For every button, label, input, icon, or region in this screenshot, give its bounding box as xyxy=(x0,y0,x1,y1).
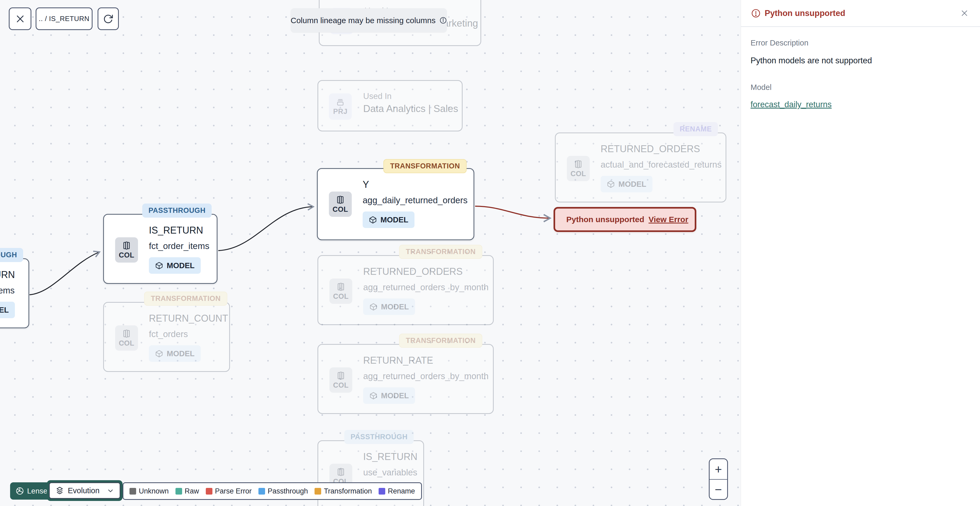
model-link[interactable]: forecast_daily_returns xyxy=(751,100,832,109)
lens-badge-transformation: TRANSFORMATION xyxy=(383,159,467,173)
model-chip-label: MODEL xyxy=(381,302,409,311)
legend-item-raw: Raw xyxy=(175,487,199,495)
column-name: RETURNED_ORDERS xyxy=(363,266,463,277)
project-typebox: PRJ xyxy=(329,93,352,120)
lens-badge-passthrough: OUGH xyxy=(0,248,23,262)
chevron-down-icon xyxy=(107,487,115,495)
lens-select-wrapper[interactable]: Evolution xyxy=(47,480,123,501)
error-description-label: Error Description xyxy=(751,38,969,47)
close-lineage-button[interactable] xyxy=(9,8,31,30)
edge-y-to-error xyxy=(475,206,549,218)
columns-icon xyxy=(336,371,346,380)
model-chip: MODEL xyxy=(363,387,415,404)
edge-upstream-to-is-return xyxy=(30,252,99,295)
error-detail-panel: Python unsupported Error Description Pyt… xyxy=(741,0,980,506)
node-returned-orders-rename[interactable]: RENAME COL RETURNED_ORDERS actual_and_fo… xyxy=(555,132,726,203)
cube-icon xyxy=(369,216,377,224)
legend-swatch xyxy=(379,488,385,495)
view-error-link[interactable]: View Error xyxy=(649,215,688,224)
typebox-label: PRJ xyxy=(333,107,347,116)
node-returned-orders-transformation[interactable]: TRANSFORMATION COL RETURNED_ORDERS agg_r… xyxy=(317,255,494,325)
model-name: fct_orders xyxy=(149,329,188,339)
legend-item-rename: Rename xyxy=(379,487,415,495)
edge-is-return-to-y xyxy=(218,207,313,251)
columns-icon xyxy=(573,160,583,169)
close-icon xyxy=(960,9,969,18)
lens-badge-rename: RENAME xyxy=(673,122,718,136)
lens-badge-passthrough: PASSTHROUGH xyxy=(142,204,212,218)
column-name: RETURNED_ORDERS xyxy=(601,144,700,155)
model-chip: MODEL xyxy=(363,298,415,315)
column-typebox: COL xyxy=(567,156,590,181)
columns-icon xyxy=(336,282,346,292)
column-name: Y xyxy=(363,179,369,190)
column-typebox: COL xyxy=(115,237,138,263)
legend-swatch xyxy=(258,488,265,495)
layers-icon xyxy=(55,486,64,495)
breadcrumb-text: .. / IS_RETURN xyxy=(39,14,89,23)
cube-icon xyxy=(369,392,377,400)
legend-item-passthrough: Passthrough xyxy=(258,487,308,495)
model-chip-label: MODEL xyxy=(167,261,195,270)
node-python-unsupported-error[interactable]: Python unsupported View Error xyxy=(554,207,696,232)
column-name: URN xyxy=(0,269,15,280)
lineage-canvas[interactable]: PRJ Used In Data Analytics | Marketing P… xyxy=(0,0,741,506)
legend-item-unknown: Unknown xyxy=(129,487,169,495)
lens-selected-label: Evolution xyxy=(68,486,99,495)
model-chip-label: MODEL xyxy=(619,180,646,188)
zoom-controls: + − xyxy=(709,458,728,500)
typebox-label: COL xyxy=(333,292,349,301)
cube-icon xyxy=(607,180,615,188)
lineage-warning-banner: Column lineage may be missing columns xyxy=(291,8,447,32)
columns-icon xyxy=(122,329,131,338)
project-stack-icon xyxy=(336,97,345,107)
node-return-rate[interactable]: TRANSFORMATION COL RETURN_RATE agg_retur… xyxy=(317,344,494,414)
columns-icon xyxy=(336,467,346,477)
column-name: IS_RETURN xyxy=(363,451,417,462)
model-chip: DEL xyxy=(0,302,15,318)
refresh-button[interactable] xyxy=(97,8,119,30)
node-upstream-is-return-partial[interactable]: OUGH URN ems DEL xyxy=(0,258,29,328)
model-chip: MODEL xyxy=(363,211,415,228)
typebox-label: COL xyxy=(119,339,135,348)
lens-badge-transformation: TRANSFORMATION xyxy=(399,334,482,348)
info-icon[interactable] xyxy=(439,16,447,25)
model-name: ems xyxy=(0,286,14,295)
zoom-out-button[interactable]: − xyxy=(710,479,727,499)
lens-aperture-icon xyxy=(16,487,24,495)
model-chip: MODEL xyxy=(149,345,201,362)
refresh-icon xyxy=(103,14,113,24)
cube-icon xyxy=(155,262,163,270)
cube-icon xyxy=(155,350,163,358)
legend-item-parse-error: Parse Error xyxy=(206,487,252,495)
banner-text: Column lineage may be missing columns xyxy=(291,16,436,25)
model-name: actual_and_forecasted_returns xyxy=(601,160,722,170)
lens-badge-transformation: TRANSFORMATION xyxy=(399,245,482,259)
typebox-label: COL xyxy=(333,381,349,389)
column-typebox: COL xyxy=(329,279,352,304)
node-used-in-sales[interactable]: PRJ Used In Data Analytics | Sales xyxy=(317,80,463,131)
used-in-label: Used In xyxy=(363,91,391,101)
legend-swatch xyxy=(315,488,321,495)
columns-icon xyxy=(122,241,131,251)
breadcrumb[interactable]: .. / IS_RETURN xyxy=(36,8,92,30)
node-is-return-fct-order-items[interactable]: PASSTHROUGH COL IS_RETURN fct_order_item… xyxy=(103,214,218,284)
column-typebox: COL xyxy=(329,192,352,217)
error-panel-body: Error Description Python models are not … xyxy=(741,27,980,109)
lens-select[interactable]: Evolution xyxy=(49,482,121,499)
node-y-agg-daily-returned-orders[interactable]: TRANSFORMATION COL Y agg_daily_returned_… xyxy=(317,168,474,240)
cube-icon xyxy=(369,303,377,311)
column-name: RETURN_RATE xyxy=(363,355,433,366)
model-chip-label: MODEL xyxy=(167,349,195,358)
error-node-label: Python unsupported xyxy=(566,215,644,224)
error-description-text: Python models are not supported xyxy=(751,56,969,65)
model-name: use_variables xyxy=(363,468,417,477)
model-name: agg_returned_orders_by_month xyxy=(363,371,489,381)
node-return-count[interactable]: TRANSFORMATION COL RETURN_COUNT fct_orde… xyxy=(103,302,230,372)
error-panel-header: Python unsupported xyxy=(741,0,980,27)
zoom-in-button[interactable]: + xyxy=(710,459,727,479)
alert-circle-icon xyxy=(751,8,760,18)
column-name: RETURN_COUNT xyxy=(149,313,228,324)
column-typebox: COL xyxy=(329,367,352,393)
close-panel-button[interactable] xyxy=(960,9,969,18)
